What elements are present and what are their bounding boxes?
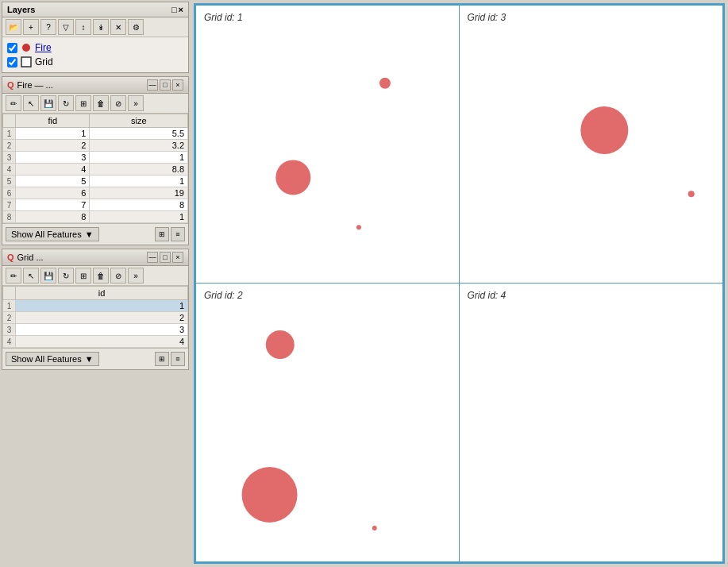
fire-table-maximize-btn[interactable]: □ — [160, 79, 171, 91]
fire-cell-fid: 8 — [16, 211, 90, 223]
grid-table-title-group: Q Grid ... — [7, 253, 44, 262]
fire-refresh-btn[interactable]: ↻ — [58, 95, 74, 111]
fire-table-minimize-btn[interactable]: — — [147, 79, 158, 91]
grid-2-svg — [196, 284, 459, 561]
fire-copy-btn[interactable]: ⊞ — [75, 95, 91, 111]
fire-table-row[interactable]: 8 8 1 — [3, 211, 188, 223]
layers-content: Fire Grid — [2, 37, 188, 72]
collapse-btn[interactable]: ↡ — [93, 19, 109, 35]
map-area[interactable]: Grid id: 1 Grid id: 3 Grid id: 2 — [194, 3, 725, 564]
fire-more-btn[interactable]: » — [128, 95, 144, 111]
fire-cell-size: 1 — [90, 176, 188, 187]
fire-table-container: fid size 1 1 5.5 2 2 3.2 3 3 1 4 4 8.8 5… — [2, 114, 188, 223]
fire-filter-btn[interactable]: ⊘ — [110, 95, 126, 111]
grid-show-features-btn[interactable]: Show All Features ▼ — [6, 352, 99, 366]
fire-save-btn[interactable]: 💾 — [40, 95, 56, 111]
fire-cell-size: 19 — [90, 187, 188, 199]
layers-win-controls: □ × — [171, 5, 183, 14]
fire-dot-1-2 — [379, 78, 391, 89]
grid-attr-title-bar: Q Grid ... — □ × — [2, 249, 188, 266]
fire-table-row[interactable]: 7 7 8 — [3, 199, 188, 211]
fire-cell-fid: 1 — [16, 128, 90, 140]
fire-col-rownum — [3, 114, 16, 128]
grid-table-row[interactable]: 1 1 — [3, 300, 188, 312]
fire-cell-size: 5.5 — [90, 128, 188, 140]
grid-table-row[interactable]: 3 3 — [3, 324, 188, 336]
fire-cell-fid: 5 — [16, 176, 90, 187]
grid-copy-btn[interactable]: ⊞ — [75, 268, 91, 284]
fire-row-num: 4 — [3, 164, 16, 176]
fire-row-num: 7 — [3, 199, 16, 211]
grid-label-4: Grid id: 4 — [468, 290, 507, 301]
grid-layer-icon — [21, 56, 32, 68]
fire-cell-size: 1 — [90, 211, 188, 223]
fire-dot-1-1 — [275, 160, 310, 195]
fire-table-row[interactable]: 4 4 8.8 — [3, 164, 188, 176]
layers-close-btn[interactable]: × — [179, 5, 183, 14]
grid-layer-name[interactable]: Grid — [35, 56, 53, 68]
grid-select-btn[interactable]: ↖ — [23, 268, 39, 284]
fire-table-row[interactable]: 5 5 1 — [3, 176, 188, 187]
grid-table-row[interactable]: 4 4 — [3, 336, 188, 348]
fire-show-features-bar: Show All Features ▼ ⊞ ≡ — [2, 223, 188, 245]
grid-cell-id: 3 — [16, 324, 188, 336]
grid-save-btn[interactable]: 💾 — [40, 268, 56, 284]
remove-layer-btn[interactable]: ✕ — [110, 19, 126, 35]
grid-delete-btn[interactable]: 🗑 — [93, 268, 109, 284]
grid-table-grid-view-btn[interactable]: ⊞ — [155, 352, 169, 366]
fire-layer-name[interactable]: Fire — [35, 42, 52, 53]
fire-col-size[interactable]: size — [90, 114, 188, 128]
fire-table-row[interactable]: 6 6 19 — [3, 187, 188, 199]
fire-row-num: 6 — [3, 187, 16, 199]
fire-table-list-view-btn[interactable]: ≡ — [171, 227, 185, 241]
layer-settings-btn[interactable]: ⚙ — [128, 19, 144, 35]
grid-row-num: 4 — [3, 336, 16, 348]
grid-table-list-view-btn[interactable]: ≡ — [171, 352, 185, 366]
layer-item-grid[interactable]: Grid — [6, 55, 185, 69]
show-tips-btn[interactable]: ? — [40, 19, 56, 35]
grid-table-maximize-btn[interactable]: □ — [160, 252, 171, 263]
fire-attr-title-bar: Q Fire — ... — □ × — [2, 77, 188, 94]
layers-title: Layers — [7, 5, 35, 14]
grid-cell-2: Grid id: 2 — [195, 284, 460, 562]
fire-table-title: Fire — ... — [17, 80, 53, 90]
grid-filter-btn[interactable]: ⊘ — [110, 268, 126, 284]
svg-rect-1 — [21, 57, 31, 67]
fire-table-grid-view-btn[interactable]: ⊞ — [155, 227, 169, 241]
fire-select-btn[interactable]: ↖ — [23, 95, 39, 111]
grid-show-features-bar: Show All Features ▼ ⊞ ≡ — [2, 348, 188, 369]
fire-layer-checkbox[interactable] — [7, 43, 17, 53]
layer-item-fire[interactable]: Fire — [6, 40, 185, 55]
layers-toolbar: 📂 + ? ▽ ↕ ↡ ✕ ⚙ — [2, 17, 188, 37]
open-layer-btn[interactable]: 📂 — [6, 19, 21, 35]
grid-table-row[interactable]: 2 2 — [3, 312, 188, 324]
fire-row-num: 1 — [3, 128, 16, 140]
grid-cell-id: 1 — [16, 300, 188, 312]
map-grid-container: Grid id: 1 Grid id: 3 Grid id: 2 — [195, 5, 723, 562]
grid-table-close-btn[interactable]: × — [172, 252, 183, 263]
fire-table-row[interactable]: 3 3 1 — [3, 152, 188, 164]
fire-cell-fid: 3 — [16, 152, 90, 164]
grid-more-btn[interactable]: » — [128, 268, 144, 284]
grid-col-id[interactable]: id — [16, 287, 188, 300]
grid-layer-checkbox[interactable] — [7, 57, 17, 68]
fire-col-fid[interactable]: fid — [16, 114, 90, 128]
filter-layer-btn[interactable]: ▽ — [58, 19, 74, 35]
fire-table-close-btn[interactable]: × — [172, 79, 183, 91]
grid-refresh-btn[interactable]: ↻ — [58, 268, 74, 284]
fire-table-row[interactable]: 2 2 3.2 — [3, 140, 188, 152]
fire-dot-2-2 — [242, 467, 298, 523]
sort-layer-btn[interactable]: ↕ — [75, 19, 91, 35]
grid-edit-btn[interactable]: ✏ — [6, 268, 21, 284]
add-layer-btn[interactable]: + — [23, 19, 39, 35]
fire-cell-fid: 2 — [16, 140, 90, 152]
fire-delete-btn[interactable]: 🗑 — [93, 95, 109, 111]
grid-cell-id: 2 — [16, 312, 188, 324]
svg-point-0 — [22, 44, 30, 52]
fire-dot-3-2 — [688, 191, 694, 197]
fire-table-row[interactable]: 1 1 5.5 — [3, 128, 188, 140]
fire-edit-btn[interactable]: ✏ — [6, 95, 21, 111]
fire-show-features-btn[interactable]: Show All Features ▼ — [6, 227, 99, 241]
layers-resize-btn[interactable]: □ — [171, 5, 177, 14]
grid-table-minimize-btn[interactable]: — — [147, 252, 158, 263]
